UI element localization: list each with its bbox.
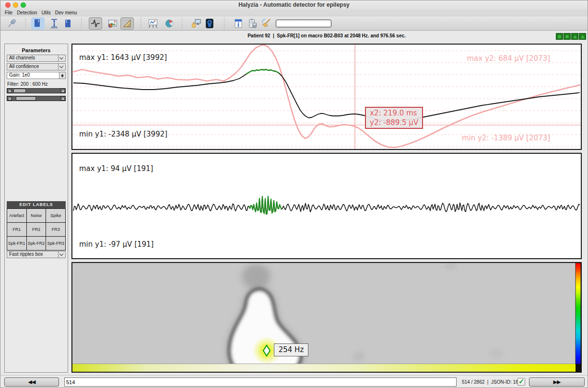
cursor-tooltip: x2: 219.0 ms y2: -889.5 µV [365, 107, 423, 129]
next-event-button[interactable]: ▶▶ [529, 377, 585, 387]
p1-min-y1-label: min y1: -2348 µV [3992] [79, 130, 167, 138]
event-counter: 514 / 2862 | JSON-ID: 1646 [462, 379, 524, 385]
pointer-computer-icon[interactable] [190, 18, 202, 29]
p2-max-y1-label: max y1: 94 µV [191] [79, 164, 153, 173]
brain-scan-icon[interactable] [204, 18, 215, 29]
title-bar: Halyzia - Automatic detector for epileps… [0, 0, 588, 10]
marker-circle-button-2[interactable] [564, 33, 571, 40]
left-panel-icon[interactable] [31, 17, 45, 30]
close-button[interactable] [5, 2, 11, 8]
clipboard-calculator-icon[interactable] [247, 18, 259, 29]
label-button-artefact[interactable]: Artefact [7, 209, 26, 222]
parameters-sidebar: Parameters All channels All confidence G… [4, 44, 68, 373]
app-window: Halyzia - Automatic detector for epileps… [0, 0, 588, 388]
triangle-up-icon [573, 35, 577, 38]
broom-icon[interactable] [260, 18, 272, 29]
previous-event-button[interactable]: ◀◀ [4, 377, 59, 387]
menu-item-file[interactable]: File [5, 10, 12, 15]
toolbar-separator [182, 18, 182, 29]
p1-max-y1-label: max y1: 1643 µV [3992] [79, 53, 167, 62]
navigation-bar: ◀◀ 514 / 2862 | JSON-ID: 1646 ✓ ▶▶ [0, 375, 588, 388]
toolbar-separator [141, 18, 141, 29]
circle-icon [565, 35, 569, 38]
edit-labels-grid: Artefact Noise Spike FR1 FR2 FR3 Spk-FR1… [7, 208, 66, 251]
recording-status: Patient 92 | Spk-FR[1] on macro B02-B03 … [71, 33, 582, 38]
waveform-icon[interactable] [89, 17, 102, 30]
menu-bar: File Detection Utils Dev menu [0, 10, 588, 16]
info-icon[interactable] [233, 18, 244, 29]
spectrogram-smudge [242, 264, 270, 289]
chevron-down-icon [58, 251, 65, 258]
slider-right-button[interactable] [60, 96, 65, 101]
triangle-up-icon [581, 35, 585, 38]
menu-item-detection[interactable]: Detection [17, 10, 37, 15]
label-button-spike[interactable]: Spike [46, 209, 65, 222]
tooltip-y-value: y2: -889.5 µV [370, 118, 422, 127]
gain-spinner[interactable]: Gain: 1e0 [7, 72, 66, 79]
bar-divider [72, 364, 576, 364]
filter-high-slider[interactable] [7, 96, 66, 101]
validate-checkbox[interactable]: ✓ [517, 378, 525, 386]
colorbar [576, 263, 581, 364]
slider-left-button[interactable] [7, 96, 12, 101]
peak-frequency-label: 254 Hz [274, 343, 308, 356]
tooltip-x-value: x2: 219.0 ms [370, 108, 422, 118]
edit-labels-header: EDIT LABELS [7, 201, 66, 208]
label-button-noise[interactable]: Noise [27, 209, 46, 222]
confidence-select[interactable]: All confidence [7, 63, 66, 70]
gain-value: Gain: 1e0 [9, 72, 30, 78]
toolbar [0, 16, 588, 31]
vertical-measure-icon[interactable] [48, 18, 60, 29]
right-panel-icon[interactable] [62, 18, 73, 29]
marker-up-button-2[interactable] [579, 33, 586, 40]
filtered-signal-plot: max y1: 94 µV [191] min y1: -97 µV [191] [71, 153, 582, 259]
event-index-input[interactable] [64, 377, 457, 387]
toolbar-separator [25, 18, 26, 29]
power-strip [72, 364, 576, 372]
p1-min-y2-label: min y2: -1389 µV [2073] [462, 134, 550, 142]
arrow-down-icon [61, 76, 64, 78]
chart-board-icon[interactable] [147, 18, 159, 29]
zoom-button[interactable] [21, 2, 26, 8]
menu-item-devmenu[interactable]: Dev menu [55, 10, 77, 15]
circle-icon [558, 35, 561, 38]
snapshot-icon[interactable] [107, 18, 118, 29]
marker-circle-button-1[interactable] [556, 33, 563, 40]
pie-chart-icon[interactable] [164, 18, 175, 29]
toolbar-separator [81, 18, 82, 29]
label-box-select[interactable]: Fast ripples box [7, 251, 66, 258]
spectrogram-canvas[interactable] [72, 263, 581, 372]
label-button-spkfr1[interactable]: Spk-FR1 [7, 237, 26, 250]
label-button-fr1[interactable]: FR1 [7, 223, 26, 236]
slider-right-button[interactable] [60, 89, 65, 93]
confidence-select-value: All confidence [9, 64, 39, 69]
filter-label: Filter: 200 : 600 Hz [7, 81, 47, 87]
sidebar-title: Parameters [5, 47, 68, 53]
time-frequency-plot: 254 Hz [71, 262, 582, 373]
slider-left-button[interactable] [7, 89, 12, 93]
channels-select[interactable]: All channels [7, 55, 66, 62]
faint-blob [489, 348, 504, 359]
minimize-button[interactable] [13, 2, 18, 8]
menu-item-utils[interactable]: Utils [41, 10, 50, 15]
p1-max-y2-label: max y2: 684 µV [2073] [467, 54, 550, 63]
filter-low-slider[interactable] [7, 88, 66, 93]
toolbar-text-input[interactable] [276, 20, 331, 27]
channels-select-value: All channels [9, 55, 35, 60]
toolbar-separator [224, 18, 224, 29]
chevron-down-icon [58, 64, 65, 70]
label-button-spkfr2[interactable]: Spk-FR2 [27, 237, 46, 250]
chevron-down-icon [58, 55, 65, 61]
marker-nav-buttons [556, 33, 586, 40]
marker-up-button-1[interactable] [571, 33, 578, 40]
label-button-fr2[interactable]: FR2 [27, 223, 46, 236]
label-button-spkfr3[interactable]: Spk-FR3 [46, 237, 65, 250]
p2-min-y1-label: min y1: -97 µV [191] [79, 240, 153, 249]
macro-signal-plot: max y1: 1643 µV [3992] max y2: 684 µV [2… [71, 44, 582, 150]
slider-handle[interactable] [13, 89, 26, 93]
slider-handle[interactable] [16, 96, 36, 101]
pin-icon[interactable] [6, 18, 18, 29]
set-square-icon[interactable] [120, 17, 134, 30]
spinner-arrows[interactable] [59, 72, 65, 79]
label-button-fr3[interactable]: FR3 [46, 223, 65, 236]
